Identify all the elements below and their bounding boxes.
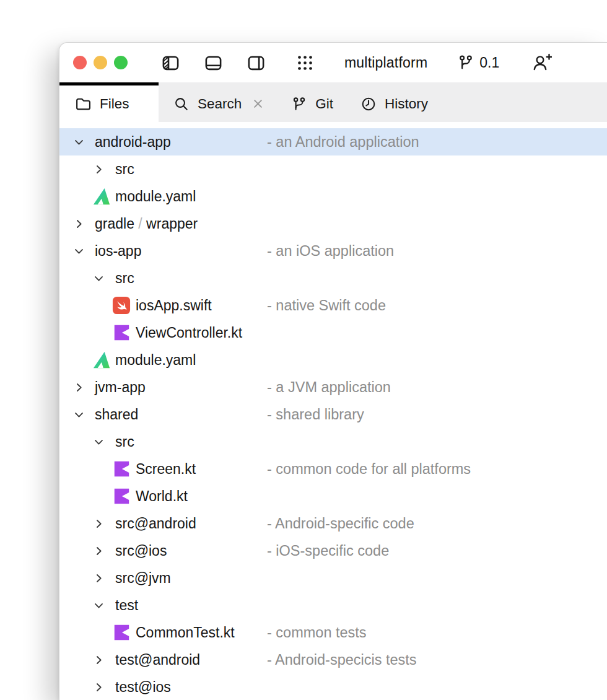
- chevron-right-icon[interactable]: [94, 518, 104, 529]
- path-separator: /: [134, 216, 146, 232]
- chevron-down-icon[interactable]: [94, 273, 104, 284]
- tab-history[interactable]: History: [347, 82, 442, 122]
- tree-row[interactable]: shared- shared library: [59, 401, 607, 428]
- tree-item-label: gradle / wrapper: [95, 210, 198, 237]
- left-panel-icon[interactable]: [161, 53, 180, 72]
- tab-search[interactable]: Search: [160, 82, 277, 122]
- folder-icon: [75, 95, 92, 112]
- tree-item-label: src@jvm: [115, 564, 171, 592]
- tree-item-label: src: [115, 428, 134, 455]
- minimize-window-button[interactable]: [94, 56, 107, 69]
- clock-icon: [360, 96, 377, 112]
- tree-row[interactable]: iosApp.swift- native Swift code: [59, 292, 607, 319]
- title-bar: multiplatform 0.1: [59, 43, 607, 82]
- close-window-button[interactable]: [73, 56, 87, 69]
- tree-row[interactable]: module.yaml: [59, 346, 607, 374]
- tree-item-label: jvm-app: [95, 374, 146, 401]
- right-panel-icon[interactable]: [247, 53, 266, 72]
- tool-tab-bar: Files Search: [59, 82, 607, 122]
- tree-row[interactable]: src@jvm: [59, 564, 607, 592]
- tree-item-annotation: - common tests: [267, 619, 367, 646]
- tree-row[interactable]: android-app- an Android application: [59, 128, 607, 155]
- tree-row[interactable]: CommonTest.kt- common tests: [59, 619, 607, 646]
- tree-row[interactable]: ios-app- an iOS application: [59, 237, 607, 265]
- tree-item-label: src: [115, 155, 134, 183]
- tree-item-label: android-app: [95, 128, 171, 155]
- chevron-right-icon[interactable]: [74, 382, 84, 393]
- chevron-down-icon[interactable]: [74, 137, 84, 147]
- tree-item-label: src: [115, 265, 134, 292]
- tree-row[interactable]: src: [59, 155, 607, 183]
- tree-item-annotation: - an Android application: [267, 128, 419, 155]
- branch-version-label: 0.1: [479, 55, 499, 71]
- tree-row[interactable]: test: [59, 592, 607, 619]
- tab-label: Git: [315, 96, 333, 112]
- tree-item-annotation: - an iOS application: [267, 237, 394, 265]
- tree-row[interactable]: test@ios: [59, 673, 607, 700]
- add-user-icon[interactable]: [531, 53, 552, 72]
- chevron-right-icon[interactable]: [94, 546, 104, 556]
- chevron-down-icon[interactable]: [74, 409, 84, 420]
- tree-row[interactable]: gradle / wrapper: [59, 210, 607, 237]
- tree-item-annotation: - common code for all platforms: [267, 455, 471, 483]
- chevron-right-icon[interactable]: [94, 682, 104, 693]
- swift-icon: [112, 296, 131, 315]
- project-title: multiplatform: [344, 55, 427, 71]
- chevron-right-icon[interactable]: [94, 164, 104, 175]
- tree-item-label: World.kt: [136, 483, 188, 510]
- tree-row[interactable]: test@android- Android-specicis tests: [59, 646, 607, 673]
- git-branch-icon: [457, 54, 474, 71]
- tree-item-annotation: - Android-specific code: [267, 510, 414, 537]
- file-tree: android-app- an Android applicationsrcmo…: [59, 122, 607, 700]
- tree-item-label: ios-app: [95, 237, 141, 265]
- amper-module-icon: [92, 187, 111, 206]
- tree-row[interactable]: ViewController.kt: [59, 319, 607, 346]
- kotlin-icon: [112, 460, 131, 478]
- tab-label: Search: [198, 96, 242, 112]
- tree-item-annotation: - native Swift code: [267, 292, 386, 319]
- tree-item-label: test@android: [115, 646, 200, 673]
- tree-row[interactable]: World.kt: [59, 483, 607, 510]
- tree-item-label: ViewController.kt: [136, 319, 242, 346]
- tree-row[interactable]: src@ios- iOS-specific code: [59, 537, 607, 564]
- bottom-panel-icon[interactable]: [204, 53, 223, 72]
- tree-row[interactable]: module.yaml: [59, 183, 607, 210]
- tree-item-label: Screen.kt: [136, 455, 196, 483]
- tree-item-label: module.yaml: [115, 346, 196, 374]
- branch-version-chip[interactable]: 0.1: [457, 54, 499, 71]
- chevron-down-icon[interactable]: [94, 600, 104, 611]
- search-icon: [173, 96, 190, 112]
- chevron-right-icon[interactable]: [74, 219, 84, 229]
- tree-item-annotation: - a JVM application: [267, 374, 391, 401]
- tab-files[interactable]: Files: [59, 82, 159, 122]
- tree-item-label: src@android: [115, 510, 196, 537]
- window-controls: [73, 56, 128, 69]
- tree-row[interactable]: src@android- Android-specific code: [59, 510, 607, 537]
- tree-item-label: test@ios: [115, 673, 171, 700]
- zoom-window-button[interactable]: [114, 56, 128, 69]
- tree-row[interactable]: src: [59, 428, 607, 455]
- chevron-right-icon[interactable]: [94, 573, 104, 584]
- git-branch-icon: [291, 96, 307, 112]
- close-icon[interactable]: [252, 98, 264, 110]
- tree-row[interactable]: jvm-app- a JVM application: [59, 374, 607, 401]
- tab-label: History: [385, 96, 428, 112]
- tree-item-label: iosApp.swift: [136, 292, 212, 319]
- tab-label: Files: [100, 96, 129, 112]
- grid-icon[interactable]: [297, 55, 313, 71]
- tree-item-label: CommonTest.kt: [136, 619, 235, 646]
- kotlin-icon: [112, 323, 131, 342]
- chevron-down-icon[interactable]: [74, 246, 84, 256]
- kotlin-icon: [112, 487, 131, 505]
- tree-row[interactable]: Screen.kt- common code for all platforms: [59, 455, 607, 483]
- tree-row[interactable]: src: [59, 265, 607, 292]
- tree-item-annotation: - shared library: [267, 401, 364, 428]
- tree-item-label: test: [115, 592, 138, 619]
- chevron-down-icon[interactable]: [94, 437, 104, 447]
- tree-item-label: src@ios: [115, 537, 167, 564]
- tab-git[interactable]: Git: [277, 82, 347, 122]
- app-window: multiplatform 0.1: [59, 42, 607, 700]
- chevron-right-icon[interactable]: [94, 655, 104, 665]
- tree-item-annotation: - iOS-specific code: [267, 537, 389, 564]
- amper-module-icon: [92, 351, 111, 369]
